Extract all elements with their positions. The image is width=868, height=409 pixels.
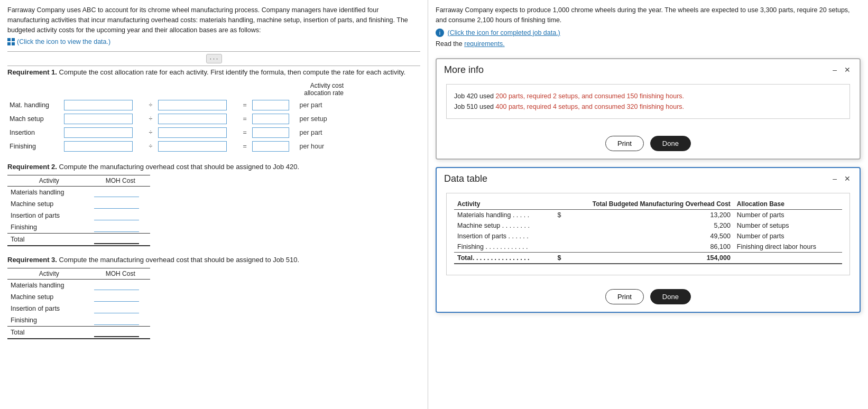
view-data-link[interactable]: (Click the icon to view the data.) [7,38,110,45]
req3-moh-cell[interactable] [91,280,151,292]
data-table-print-button[interactable]: Print [605,289,644,304]
data-table-minimize-button[interactable]: – [831,174,838,183]
req3-moh-input-2[interactable] [94,304,139,313]
req2-moh-input-4[interactable] [94,235,139,244]
req1-section: Requirement 1. Compute the cost allocati… [7,68,420,153]
svg-rect-0 [7,38,11,41]
more-info-modal: More info – ✕ Job 420 used 200 parts, re… [436,58,861,160]
list-item: Finishing . . . . . . . . . . . . 86,100… [454,241,842,253]
formula-equals: = [239,98,251,112]
req3-moh-input-4[interactable] [94,328,139,337]
dt-total-amount: 154,000 [564,252,733,264]
req2-table: Activity MOH Cost Materials handling Mac… [7,175,150,246]
req2-moh-cell[interactable] [91,187,151,199]
more-info-close-button[interactable]: ✕ [843,66,852,74]
req3-moh-cell[interactable] [91,291,151,303]
formula-result[interactable] [250,126,297,140]
req2-moh-input-2[interactable] [94,211,139,220]
table-row: Insertion of parts [7,303,150,314]
table-row: Finishing [7,314,150,327]
formula-equals: = [239,112,251,126]
svg-rect-3 [12,42,15,45]
formula-field-denominator-2[interactable] [158,127,227,138]
formula-result[interactable] [250,112,297,126]
table-row: Machine setup [7,198,150,210]
formula-input-1[interactable] [62,112,145,126]
formula-field-numerator-1[interactable] [64,114,133,124]
collapse-button[interactable]: · · · [206,54,222,63]
formula-input-2[interactable] [156,140,239,153]
formula-field-denominator-0[interactable] [158,100,227,110]
formula-field-result-2[interactable] [252,127,289,138]
req3-moh-input-1[interactable] [94,292,139,302]
formula-result[interactable] [250,98,297,112]
req3-moh-input-0[interactable] [94,281,139,290]
dt-dollar [553,220,564,231]
formula-field-result-1[interactable] [252,114,289,124]
dt-activity: Materials handling . . . . . [454,209,553,220]
req2-moh-input-1[interactable] [94,199,139,209]
req3-moh-input-3[interactable] [94,315,139,325]
dt-activity: Machine setup . . . . . . . . [454,220,553,231]
req3-moh-cell[interactable] [91,303,151,314]
formula-label: Mat. handling [7,98,62,112]
dt-activity: Finishing . . . . . . . . . . . . [454,241,553,253]
col-activity-header: Activity [454,199,553,210]
formula-input-2[interactable] [156,126,239,140]
dt-amount: 5,200 [564,220,733,231]
right-intro: Farraway Company expects to produce 1,00… [436,5,861,25]
formula-field-result-3[interactable] [252,141,289,152]
formula-field-numerator-0[interactable] [64,100,133,110]
formula-result[interactable] [250,140,297,153]
data-table-footer: Print Done [437,289,860,312]
formula-input-2[interactable] [156,112,239,126]
formula-field-result-0[interactable] [252,100,289,110]
formula-label: Mach setup [7,112,62,126]
col-overhead-header: Total Budgeted Manufacturing Overhead Co… [553,199,733,210]
dt-dollar [553,241,564,253]
formula-input-1[interactable] [62,140,145,153]
req3-moh-cell[interactable] [91,327,151,339]
req2-total-row: Total [7,234,150,246]
req2-moh-cell[interactable] [91,198,151,210]
req2-header-row: Activity MOH Cost [7,175,150,187]
formula-divide: ÷ [145,126,156,140]
req2-moh-input-3[interactable] [94,222,139,232]
formula-row: Mat. handling ÷ = per part [7,98,346,112]
more-info-done-button[interactable]: Done [650,136,691,151]
formula-field-denominator-3[interactable] [158,141,227,152]
data-table-close-button[interactable]: ✕ [843,174,852,183]
req2-activity-label: Insertion of parts [7,210,91,221]
req3-activity-label: Finishing [7,314,91,327]
more-info-minimize-button[interactable]: – [831,66,838,74]
formula-field-numerator-2[interactable] [64,127,133,138]
formula-input-1[interactable] [62,126,145,140]
req3-section: Requirement 3. Compute the manufacturing… [7,256,420,339]
formula-input-2[interactable] [156,98,239,112]
req2-moh-cell[interactable] [91,210,151,221]
dt-base: Number of parts [734,209,842,220]
job-data-link[interactable]: (Click the icon for completed job data.) [447,29,560,36]
data-table-done-button[interactable]: Done [650,289,691,304]
data-table-header-row: Activity Total Budgeted Manufacturing Ov… [454,199,842,210]
req2-moh-input-0[interactable] [94,188,139,197]
formula-field-denominator-1[interactable] [158,114,227,124]
req3-moh-cell[interactable] [91,314,151,327]
right-panel: Farraway Company expects to produce 1,00… [428,0,868,409]
more-info-print-button[interactable]: Print [605,136,644,151]
intro-text: Farraway Company uses ABC to account for… [7,5,420,35]
formula-field-numerator-3[interactable] [64,141,133,152]
req3-activity-label: Machine setup [7,291,91,303]
table-row: Machine setup [7,291,150,303]
left-panel: Farraway Company uses ABC to account for… [0,0,428,409]
formula-input-1[interactable] [62,98,145,112]
more-info-header: More info – ✕ [437,59,860,79]
req2-section: Requirement 2. Compute the manufacturing… [7,163,420,246]
req2-moh-cell[interactable] [91,221,151,234]
requirements-link[interactable]: requirements. [464,40,504,48]
formula-table: Activity cost allocation rate Mat. handl… [7,80,346,153]
dt-total-base [734,252,842,264]
formula-unit: per part [298,98,346,112]
req2-moh-cell[interactable] [91,234,151,246]
formula-equals: = [239,140,251,153]
